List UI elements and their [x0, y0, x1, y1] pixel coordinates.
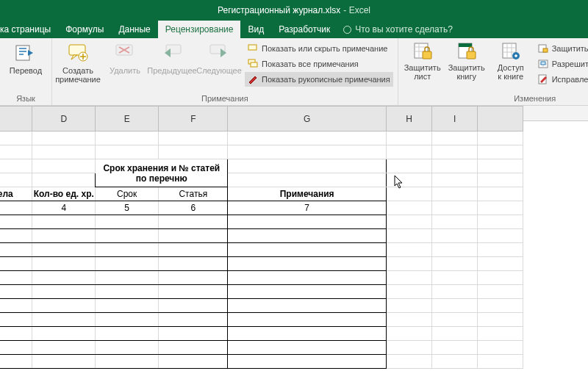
- cell-num-c[interactable]: 3: [0, 201, 32, 215]
- translate-button[interactable]: Перевод: [4, 40, 47, 75]
- svg-rect-10: [423, 51, 431, 59]
- app-name: - Excel: [343, 5, 370, 15]
- allow-edit-ranges-button[interactable]: Разрешить изменение диапазон: [535, 57, 588, 71]
- ink-icon: [248, 74, 258, 84]
- group-language: Перевод Язык: [0, 38, 52, 105]
- file-name: Регистрационный журнал.xlsx: [218, 5, 340, 15]
- new-comment-button[interactable]: Создать примечание: [57, 40, 99, 84]
- svg-rect-8: [251, 62, 257, 67]
- protect-sheet-icon: [412, 41, 433, 62]
- track-changes-icon: [538, 74, 548, 84]
- column-headers[interactable]: C D E F G H I: [0, 107, 523, 131]
- ribbon: Перевод Язык Создать примечание Удалить …: [0, 38, 588, 106]
- tab-formulas[interactable]: Формулы: [58, 21, 111, 38]
- show-all-comments-icon: [248, 59, 258, 69]
- col-D[interactable]: D: [32, 107, 96, 131]
- protect-share-button[interactable]: Защитить книгу и дать общий до: [535, 41, 588, 56]
- cell-header-f[interactable]: Статья: [159, 187, 228, 201]
- svg-rect-6: [248, 45, 257, 50]
- svg-rect-19: [541, 62, 545, 65]
- protect-workbook-icon: [456, 41, 477, 62]
- col-C[interactable]: C: [0, 107, 32, 131]
- share-workbook-button[interactable]: Доступ к книге: [491, 40, 531, 81]
- svg-rect-13: [467, 51, 476, 59]
- cell-merged-header[interactable]: Срок хранения и № статей по перечню: [96, 159, 228, 187]
- next-comment-button: Следующее: [198, 40, 240, 75]
- group-changes: Защитить лист Защитить книгу Доступ к кн…: [398, 38, 588, 105]
- share-workbook-icon: [501, 41, 521, 62]
- delete-comment-button: Удалить: [104, 40, 146, 75]
- protect-share-icon: [538, 43, 548, 54]
- show-all-comments-button[interactable]: Показать все примечания: [245, 57, 393, 71]
- col-F[interactable]: F: [159, 107, 228, 131]
- protect-workbook-button[interactable]: Защитить книгу: [447, 40, 487, 81]
- show-hide-comment-button[interactable]: Показать или скрыть примечание: [245, 41, 393, 56]
- protect-sheet-button[interactable]: Защитить лист: [403, 40, 442, 81]
- cell-num-g[interactable]: 7: [228, 201, 386, 215]
- col-E[interactable]: E: [96, 107, 159, 131]
- new-comment-icon: [66, 41, 90, 65]
- col-J[interactable]: [478, 107, 523, 131]
- cell-header-e[interactable]: Срок: [96, 187, 159, 201]
- tab-data[interactable]: Данные: [111, 21, 157, 38]
- svg-rect-17: [543, 48, 548, 52]
- tell-me-search[interactable]: Что вы хотите сделать?: [337, 21, 459, 38]
- lightbulb-icon: [343, 26, 351, 34]
- cell-num-e[interactable]: 5: [96, 201, 159, 215]
- tab-developer[interactable]: Разработчик: [271, 21, 337, 38]
- group-comments: Создать примечание Удалить Предыдущее Сл…: [52, 38, 398, 105]
- show-hide-comment-icon: [248, 43, 258, 54]
- col-G[interactable]: G: [228, 107, 386, 131]
- cell-header-d[interactable]: Кол-во ед. хр.: [32, 187, 96, 201]
- svg-rect-0: [16, 46, 29, 60]
- allow-edit-icon: [538, 59, 548, 69]
- col-I[interactable]: I: [432, 107, 478, 131]
- tab-review[interactable]: Рецензирование: [158, 21, 241, 38]
- cell-header-g[interactable]: Примечания: [228, 187, 386, 201]
- delete-comment-icon: [113, 41, 137, 65]
- track-changes-button[interactable]: Исправления: [535, 72, 588, 87]
- prev-comment-button: Предыдущее: [151, 40, 193, 75]
- prev-comment-icon: [160, 41, 184, 65]
- title-bar: Регистрационный журнал.xlsx - Excel: [0, 0, 588, 21]
- show-ink-button[interactable]: Показать рукописные примечания: [245, 72, 393, 87]
- svg-rect-12: [459, 43, 472, 47]
- ribbon-tabs: ка страницы Формулы Данные Рецензировани…: [0, 21, 588, 38]
- cell-num-d[interactable]: 4: [32, 201, 96, 215]
- tab-pagelayout-partial[interactable]: ка страницы: [0, 21, 58, 38]
- cell-num-f[interactable]: 6: [159, 201, 228, 215]
- tab-view[interactable]: Вид: [240, 21, 271, 38]
- cell-header-c[interactable]: головок дела: [0, 187, 32, 201]
- spreadsheet-grid[interactable]: C D E F G H I Срок хранения и № статей п…: [0, 106, 588, 382]
- next-comment-icon: [207, 41, 231, 65]
- col-H[interactable]: H: [386, 107, 431, 131]
- translate-icon: [14, 41, 37, 65]
